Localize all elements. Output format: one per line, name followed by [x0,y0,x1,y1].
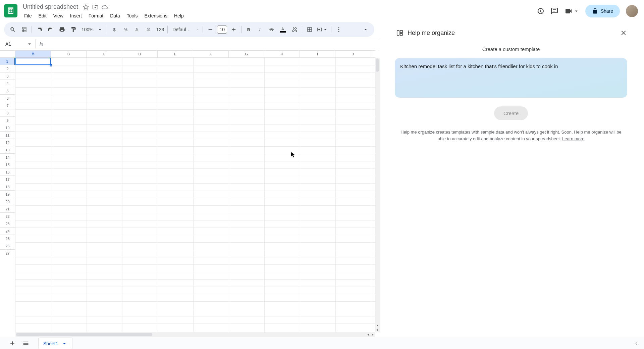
menu-bar: File Edit View Insert Format Data Tools … [21,12,186,20]
header-right: Share [536,5,638,17]
zoom-select[interactable]: 100% [79,27,105,33]
decrease-decimal-button[interactable]: .0 [132,24,143,35]
text-color-swatch [280,31,286,33]
italic-button[interactable]: I [255,24,266,35]
title-block: Untitled spreadsheet File Edit View Inse… [21,3,186,20]
svg-text:.0: .0 [135,28,138,31]
panel-subtitle: Create a custom template [395,46,627,49]
fill-color-button[interactable] [289,24,300,35]
lock-icon [592,8,598,14]
merge-button[interactable] [316,24,329,35]
share-label: Share [601,8,613,14]
sheets-logo [4,4,17,17]
bold-button[interactable]: B [244,24,254,35]
strikethrough-button[interactable]: S [266,24,277,35]
svg-point-23 [338,29,339,30]
svg-point-22 [338,27,339,28]
font-family-value: Defaul… [172,27,191,32]
cloud-status-icon[interactable] [102,4,108,10]
menu-help[interactable]: Help [171,12,186,20]
fx-icon: fx [40,41,43,47]
text-color-button[interactable]: A [278,24,288,35]
chevron-down-icon [97,27,103,33]
collapse-toolbar-button[interactable] [360,24,371,35]
font-size-input[interactable]: 10 [217,26,227,34]
svg-point-18 [296,31,297,32]
chevron-down-icon [573,8,579,14]
comments-icon[interactable] [550,7,558,15]
meet-icon [565,7,573,15]
increase-decimal-button[interactable]: .00 [144,24,154,35]
doc-title[interactable]: Untitled spreadsheet [21,3,79,11]
font-size-group: 10 [205,24,239,35]
zoom-value: 100% [82,27,94,32]
chevron-down-icon [26,41,33,47]
menu-insert[interactable]: Insert [67,12,85,20]
number-format-button[interactable]: 123 [155,24,165,35]
undo-button[interactable] [34,24,45,35]
help-me-organize-panel: Help me organize Create a custom templat… [389,26,633,49]
svg-rect-27 [400,34,402,36]
svg-rect-26 [400,31,402,33]
name-box[interactable]: A1 [3,39,36,49]
paint-format-button[interactable] [68,24,79,35]
toolbar: 100% $ % .0 .00 123 Defaul… 10 B I S A [4,22,374,37]
close-icon[interactable] [620,29,627,37]
more-toolbar-button[interactable] [333,24,344,35]
account-avatar[interactable] [626,5,638,17]
star-icon[interactable] [83,4,89,10]
decrease-font-button[interactable] [205,24,216,35]
svg-text:I: I [259,28,261,32]
move-folder-icon[interactable] [92,4,98,10]
svg-rect-25 [397,31,399,36]
formula-bar: A1 fx [0,39,380,49]
panel-title: Help me organize [408,30,616,37]
name-box-value: A1 [5,41,11,47]
borders-button[interactable] [304,24,315,35]
redo-button[interactable] [45,24,56,35]
increase-font-button[interactable] [228,24,239,35]
menu-format[interactable]: Format [86,12,106,20]
header: Untitled spreadsheet File Edit View Inse… [0,0,644,20]
percent-button[interactable]: % [121,24,131,35]
menu-file[interactable]: File [21,12,35,20]
svg-point-24 [338,31,339,32]
organize-icon [396,29,404,37]
print-button[interactable] [57,24,67,35]
svg-text:.00: .00 [146,28,150,31]
menu-extensions[interactable]: Extensions [142,12,170,20]
currency-button[interactable]: $ [109,24,120,35]
svg-text:$: $ [113,27,115,32]
svg-rect-3 [22,27,26,32]
search-menu-button[interactable] [7,24,18,35]
font-family-select[interactable]: Defaul… [170,27,201,33]
svg-text:B: B [247,27,250,32]
history-icon[interactable] [536,7,544,15]
menu-tools[interactable]: Tools [124,12,141,20]
chevron-down-icon [322,27,328,33]
share-button[interactable]: Share [585,5,620,17]
svg-text:%: % [124,28,127,32]
menu-view[interactable]: View [51,12,66,20]
menu-edit[interactable]: Edit [36,12,49,20]
meet-button[interactable] [565,7,579,15]
chevron-down-icon [196,27,198,33]
sheets-menu-icon[interactable] [19,24,30,35]
svg-text:A: A [281,27,284,31]
menu-data[interactable]: Data [107,12,123,20]
